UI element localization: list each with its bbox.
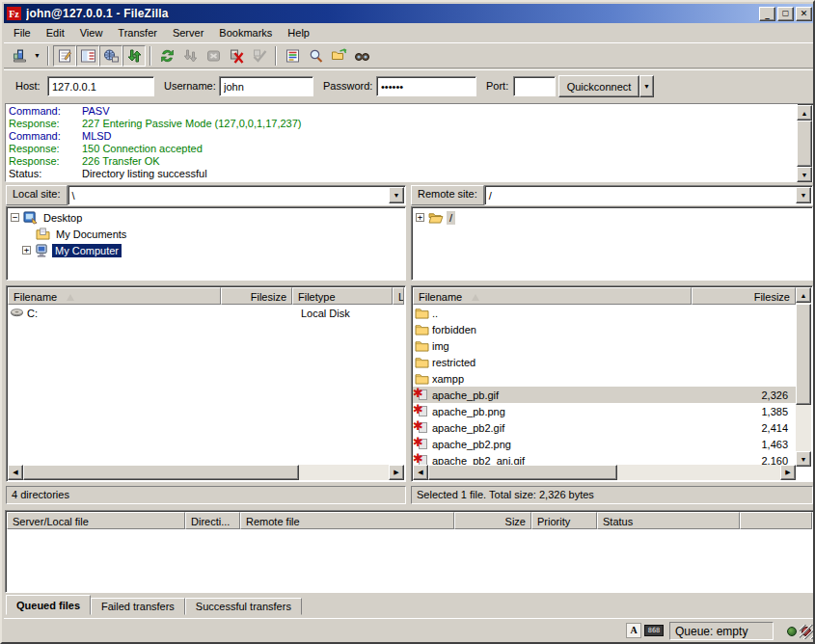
disconnect-button[interactable] — [225, 45, 248, 67]
column-header-remote-file[interactable]: Remote file — [240, 512, 454, 529]
combo-arrow-icon[interactable]: ▼ — [389, 187, 404, 203]
collapse-icon[interactable]: − — [11, 213, 19, 222]
expand-icon[interactable]: + — [416, 213, 424, 222]
column-header-last-modified[interactable]: Last modified — [393, 287, 404, 305]
remote-file-row[interactable]: ✱apache_pb2_ani.gif 2,160 — [413, 452, 796, 465]
tab-successful-transfers[interactable]: Successful transfers — [185, 598, 302, 615]
tree-item-root[interactable]: + / — [412, 209, 812, 226]
image-file-icon: ✱ — [415, 437, 429, 451]
toolbar-separator — [275, 46, 277, 66]
file-name: apache_pb2.gif — [432, 422, 504, 434]
title-bar[interactable]: Fz john@127.0.0.1 - FileZilla _ ▢ ✕ — [4, 4, 815, 23]
column-header-server-local-file[interactable]: Server/Local file — [7, 512, 185, 529]
remote-file-row[interactable]: ✱apache_pb2.gif 2,414 — [413, 419, 796, 436]
folder-icon — [415, 323, 429, 335]
file-search-button[interactable] — [304, 45, 327, 67]
maximize-button[interactable]: ▢ — [777, 7, 794, 21]
directory-comparison-button[interactable] — [327, 45, 350, 67]
app-logo-icon: Fz — [7, 7, 21, 20]
vscrollbar-thumb[interactable] — [796, 304, 811, 405]
remote-site-combo[interactable]: / ▼ — [484, 185, 813, 205]
menu-bookmarks[interactable]: Bookmarks — [211, 25, 280, 40]
tab-queued-files[interactable]: Queued files — [6, 595, 91, 615]
toggle-remote-tree-button[interactable] — [99, 45, 122, 67]
tree-item-desktop[interactable]: − Desktop — [7, 209, 405, 226]
column-label: Size — [505, 516, 526, 527]
remote-list-hscrollbar[interactable]: ◀ ▶ — [413, 465, 796, 480]
column-header-filesize[interactable]: Filesize — [692, 287, 796, 305]
remote-file-row[interactable]: forbidden — [413, 321, 796, 337]
reconnect-button[interactable] — [248, 45, 271, 67]
minimize-button[interactable]: _ — [759, 7, 775, 21]
tab-failed-transfers[interactable]: Failed transfers — [91, 598, 185, 615]
menu-transfer[interactable]: Transfer — [110, 25, 165, 40]
log-label: Status: — [9, 168, 82, 180]
quickconnect-button[interactable]: Quickconnect — [558, 75, 639, 97]
column-header-status[interactable]: Status — [597, 512, 740, 529]
site-manager-dropdown[interactable]: ▼ — [31, 45, 43, 67]
process-queue-button[interactable] — [178, 45, 202, 67]
column-header-priority[interactable]: Priority — [531, 512, 597, 529]
log-scrollbar[interactable]: ▲ ▼ — [797, 105, 812, 182]
toggle-message-log-button[interactable] — [53, 45, 76, 67]
toggle-local-tree-button[interactable] — [76, 45, 99, 67]
tree-item-my-computer[interactable]: + My Computer — [7, 242, 405, 258]
tree-item-my-documents[interactable]: My Documents — [7, 226, 405, 242]
remote-file-row[interactable]: restricted — [413, 354, 796, 370]
local-file-row[interactable]: C: Local Disk — [8, 305, 404, 321]
port-input[interactable] — [513, 76, 556, 96]
local-file-list: Filename Filesize Filetype Last modified… — [6, 285, 406, 482]
site-manager-button[interactable] — [8, 45, 31, 67]
host-input[interactable] — [47, 76, 154, 96]
column-header-filesize[interactable]: Filesize — [221, 287, 292, 305]
expand-icon[interactable]: + — [22, 246, 31, 255]
scroll-up-icon[interactable]: ▲ — [796, 287, 811, 303]
combo-arrow-icon[interactable]: ▼ — [796, 187, 811, 203]
synchronized-browsing-button[interactable] — [350, 45, 373, 67]
cancel-button[interactable] — [202, 45, 225, 67]
scroll-down-icon[interactable]: ▼ — [797, 167, 812, 182]
column-header-filetype[interactable]: Filetype — [292, 287, 393, 305]
remote-list-vscrollbar[interactable]: ▲ ▼ — [796, 287, 811, 467]
directory-comparison-icon — [331, 48, 347, 64]
remote-file-row-selected[interactable]: ✱apache_pb.gif 2,326 — [413, 387, 796, 403]
cancel-icon — [205, 48, 222, 64]
column-header-size[interactable]: Size — [454, 512, 531, 529]
local-list-hscrollbar[interactable]: ◀ ▶ — [8, 465, 404, 480]
message-log: Command:PASV Response:227 Entering Passi… — [5, 103, 814, 182]
menu-edit[interactable]: Edit — [39, 25, 72, 40]
log-scrollbar-thumb[interactable] — [797, 121, 812, 167]
port-label: Port: — [486, 80, 508, 92]
scroll-left-icon[interactable]: ◀ — [8, 465, 23, 480]
password-input[interactable] — [376, 76, 476, 96]
column-header-filename[interactable]: Filename — [8, 287, 221, 305]
column-header-direction[interactable]: Directi... — [185, 512, 240, 529]
remote-file-row[interactable]: .. — [413, 305, 796, 321]
scroll-left-icon[interactable]: ◀ — [413, 465, 428, 480]
menu-help[interactable]: Help — [280, 25, 317, 40]
remote-file-row[interactable]: ✱apache_pb.png 1,385 — [413, 403, 796, 419]
scroll-right-icon[interactable]: ▶ — [780, 465, 796, 480]
scroll-down-icon[interactable]: ▼ — [796, 451, 811, 467]
remote-file-row[interactable]: img — [413, 337, 796, 354]
hscrollbar-thumb[interactable] — [23, 465, 299, 480]
resize-grip[interactable] — [800, 625, 814, 639]
directory-filter-button[interactable] — [281, 45, 304, 67]
menu-view[interactable]: View — [72, 25, 111, 40]
refresh-button[interactable] — [155, 45, 178, 67]
close-button[interactable]: ✕ — [796, 7, 812, 21]
local-site-combo[interactable]: \ ▼ — [68, 185, 406, 205]
hscrollbar-thumb[interactable] — [428, 465, 617, 480]
log-line: Response:227 Entering Passive Mode (127,… — [9, 118, 798, 130]
scroll-up-icon[interactable]: ▲ — [797, 105, 812, 121]
username-input[interactable] — [219, 76, 313, 96]
quickconnect-dropdown[interactable]: ▼ — [639, 75, 654, 97]
toggle-queue-button[interactable] — [122, 45, 146, 67]
menu-file[interactable]: File — [6, 25, 39, 40]
remote-file-row[interactable]: ✱apache_pb2.png 1,463 — [413, 436, 796, 452]
remote-file-row[interactable]: xampp — [413, 370, 796, 387]
menu-server[interactable]: Server — [165, 25, 211, 40]
column-header-filename[interactable]: Filename — [413, 287, 692, 305]
scroll-right-icon[interactable]: ▶ — [389, 465, 404, 480]
close-icon: ✕ — [801, 10, 808, 18]
